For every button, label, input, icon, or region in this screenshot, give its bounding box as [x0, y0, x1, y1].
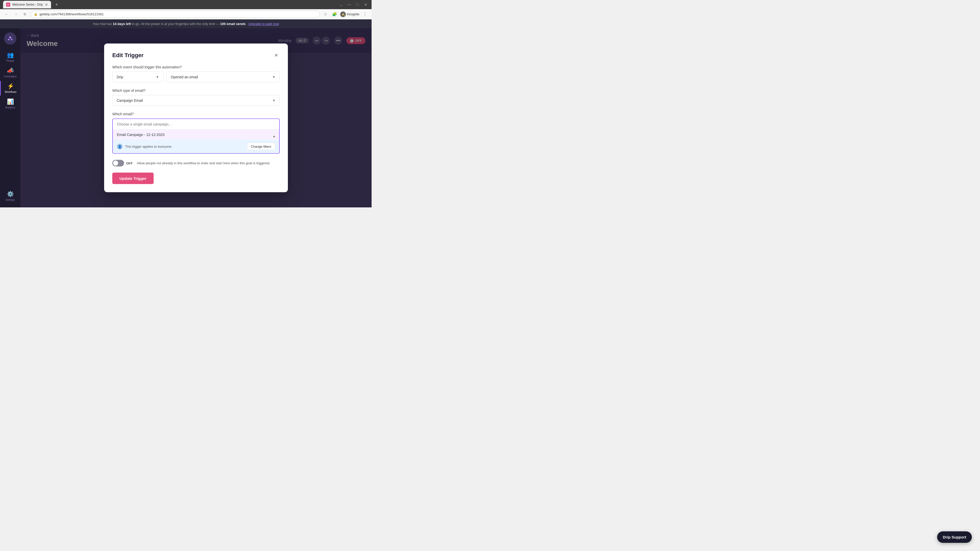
svg-point-2 [11, 39, 13, 40]
email-campaign-option[interactable]: Email Campaign - 12-12-2023 [113, 130, 279, 140]
event-question-label: Which event should trigger this automati… [112, 65, 280, 69]
sidebar-label-people: People [6, 59, 14, 62]
email-type-dropdown[interactable]: Campaign Email ▼ [112, 95, 280, 106]
source-dropdown[interactable]: Drip ▼ [112, 72, 163, 83]
event-value: Opened an email [171, 75, 198, 79]
tab-favicon: D [6, 3, 10, 6]
sidebar-item-people[interactable]: 👥 People [0, 50, 21, 64]
modal-header: Edit Trigger ✕ [112, 52, 280, 59]
extensions-button[interactable]: 🧩 [331, 11, 338, 18]
logo-icon [6, 35, 14, 42]
which-email-label: Which email? [112, 112, 280, 116]
email-option-text: Email Campaign - 12-12-2023 [117, 133, 165, 137]
url-text: getdrip.com/7641396/workflows/516121561 [40, 12, 104, 16]
campaigns-icon: 📣 [7, 67, 14, 74]
trial-banner: Your trial has 14 days left to go. All t… [0, 19, 372, 28]
svg-point-1 [8, 39, 10, 40]
sidebar-label-workflows: Workflows [5, 91, 17, 94]
sidebar-item-workflows[interactable]: ⚡ Workflows [0, 81, 21, 95]
lock-icon: 🔒 [34, 13, 38, 16]
event-dropdown[interactable]: Opened an email ▼ [166, 72, 280, 83]
forward-navigation-button[interactable]: → [12, 11, 19, 18]
enter-workflow-toggle[interactable]: OFF [112, 160, 133, 167]
trigger-filter-bar: 👤 This trigger applies to everyone. Chan… [113, 140, 279, 153]
tab-title: Welcome Series - Drip [12, 3, 43, 6]
browser-menu-button[interactable]: ⋮ [361, 11, 369, 18]
new-tab-button[interactable]: + [53, 1, 60, 8]
incognito-label: Incognito [347, 13, 360, 16]
trigger-event-section: Which event should trigger this automati… [112, 65, 280, 83]
source-value: Drip [117, 75, 123, 79]
restore-button[interactable]: □ [354, 2, 360, 8]
email-dropdown-list: Email Campaign - 12-12-2023 [113, 129, 279, 140]
upgrade-link[interactable]: Upgrade to paid now [248, 22, 279, 26]
email-search-input[interactable] [113, 119, 279, 129]
trial-prefix: Your trial has [93, 22, 113, 26]
reload-button[interactable]: ↻ [21, 11, 29, 18]
people-icon: 👥 [7, 52, 14, 59]
analytics-icon: 📊 [7, 98, 14, 105]
trial-middle: to go. All the power is at your fingerti… [132, 22, 220, 26]
person-icon: 👤 [117, 144, 123, 149]
trial-days: 14 days left [113, 22, 131, 26]
email-search-container: ▲ Email Campaign - 12-12-2023 👤 This tri… [112, 119, 280, 154]
tab-close-button[interactable]: ✕ [45, 3, 48, 6]
modal-close-button[interactable]: ✕ [272, 52, 280, 59]
trial-suffix: . [247, 22, 248, 26]
event-chevron-icon: ▼ [272, 75, 275, 79]
change-filters-label: Change filters [251, 144, 271, 148]
toggle-thumb [113, 161, 118, 166]
sidebar-label-settings: Settings [6, 198, 15, 201]
svg-point-0 [9, 37, 11, 38]
settings-icon: ⚙️ [7, 191, 14, 197]
sidebar-logo[interactable] [4, 32, 16, 44]
toggle-description: Allow people not already in this workflo… [137, 161, 270, 166]
sidebar: 👥 People 📣 Campaigns ⚡ Workflows 📊 Analy… [0, 28, 21, 207]
tab-list-button[interactable]: ⌄ [338, 2, 344, 8]
workflows-icon: ⚡ [7, 83, 14, 89]
back-navigation-button[interactable]: ← [3, 11, 10, 18]
update-trigger-label: Update Trigger [119, 176, 146, 181]
trigger-applies-info: 👤 This trigger applies to everyone. [117, 144, 172, 149]
minimize-button[interactable]: — [346, 2, 352, 8]
email-type-value: Campaign Email [117, 98, 143, 103]
main-content: ← Back Welcome Moodjoy do: 0 ↩ ↪ ••• ⬤ O… [21, 28, 372, 207]
address-bar[interactable]: 🔒 getdrip.com/7641396/workflows/51612156… [30, 11, 320, 18]
update-trigger-button[interactable]: Update Trigger [112, 173, 154, 184]
trigger-dropdowns: Drip ▼ Opened an email ▼ [112, 72, 280, 83]
window-close-button[interactable]: ✕ [363, 2, 369, 8]
incognito-icon: 🕵 [340, 11, 346, 17]
edit-trigger-modal: Edit Trigger ✕ Which event should trigge… [104, 44, 288, 192]
sidebar-item-campaigns[interactable]: 📣 Campaigns [0, 65, 21, 80]
bookmark-button[interactable]: ☆ [322, 11, 329, 18]
toggle-off-label: OFF [126, 161, 133, 165]
trial-limit: 100 email sends [220, 22, 245, 26]
which-email-section: Which email? ▲ Email Campaign - 12-12-20… [112, 112, 280, 154]
email-type-section: Which type of email? Campaign Email ▼ [112, 89, 280, 106]
sidebar-item-analytics[interactable]: 📊 Analytics [0, 97, 21, 111]
toggle-track[interactable] [112, 160, 124, 167]
toggle-row: OFF Allow people not already in this wor… [112, 160, 280, 167]
email-type-chevron-icon: ▼ [272, 99, 275, 102]
sidebar-item-settings[interactable]: ⚙️ Settings [0, 189, 21, 203]
sidebar-label-analytics: Analytics [5, 106, 15, 109]
modal-title: Edit Trigger [112, 52, 143, 59]
sidebar-label-campaigns: Campaigns [4, 75, 17, 78]
source-chevron-icon: ▼ [156, 75, 159, 79]
trigger-applies-text: This trigger applies to everyone. [125, 144, 172, 148]
change-filters-button[interactable]: Change filters [247, 143, 275, 150]
active-browser-tab[interactable]: D Welcome Series - Drip ✕ [3, 1, 51, 8]
email-type-label: Which type of email? [112, 89, 280, 93]
incognito-indicator: 🕵 Incognito [340, 11, 360, 17]
